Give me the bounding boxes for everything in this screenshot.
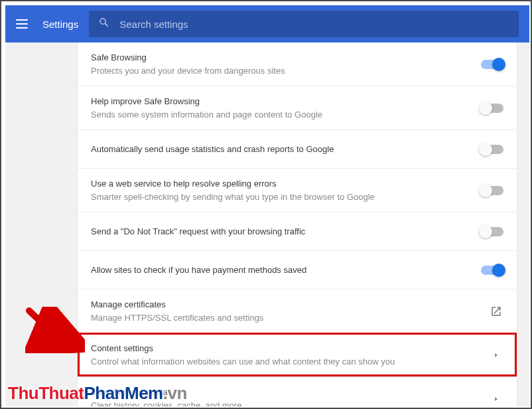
- row-title: Allow sites to check if you have payment…: [91, 264, 473, 276]
- app-header: Settings: [5, 5, 529, 42]
- row-title: Use a web service to help resolve spelli…: [91, 178, 473, 190]
- settings-row-help-improve-safe-browsing: Help improve Safe BrowsingSends some sys…: [78, 86, 517, 129]
- toggle-use-a-web-service-to-help-resolve-spelli[interactable]: [481, 186, 503, 195]
- row-title: Automatically send usage statistics and …: [91, 143, 473, 155]
- settings-body: Safe BrowsingProtects you and your devic…: [5, 42, 529, 406]
- row-text: Allow sites to check if you have payment…: [91, 264, 481, 276]
- settings-panel: Safe BrowsingProtects you and your devic…: [77, 42, 517, 406]
- row-text: Safe BrowsingProtects you and your devic…: [91, 52, 481, 76]
- row-title: Content settings: [91, 343, 481, 355]
- row-title: Safe Browsing: [91, 52, 473, 64]
- row-subtitle: Protects you and your device from danger…: [91, 65, 473, 77]
- watermark: ThuThuatPhanMem.vn: [8, 383, 187, 404]
- row-text: Manage certificatesManage HTTPS/SSL cert…: [91, 299, 489, 323]
- settings-row-automatically-send-usage-statistics-and-: Automatically send usage statistics and …: [78, 129, 517, 168]
- row-text: Automatically send usage statistics and …: [91, 143, 481, 155]
- chevron-right-icon: [489, 348, 503, 363]
- settings-row-safe-browsing: Safe BrowsingProtects you and your devic…: [78, 42, 517, 86]
- row-text: Content settingsControl what information…: [91, 343, 489, 367]
- row-subtitle: Manage HTTPS/SSL certificates and settin…: [91, 312, 481, 324]
- settings-row-allow-sites-to-check-if-you-have-payment: Allow sites to check if you have payment…: [78, 250, 517, 289]
- annotation-arrow: [25, 307, 85, 353]
- toggle-help-improve-safe-browsing[interactable]: [481, 104, 503, 113]
- toggle-send-a-do-not-track-request-with-your-br[interactable]: [481, 227, 503, 236]
- row-title: Help improve Safe Browsing: [91, 96, 473, 108]
- row-text: Send a "Do Not Track" request with your …: [91, 226, 481, 238]
- row-title: Send a "Do Not Track" request with your …: [91, 226, 473, 238]
- toggle-automatically-send-usage-statistics-and-[interactable]: [481, 145, 503, 154]
- chevron-right-icon: [489, 392, 503, 406]
- search-bar[interactable]: [89, 11, 519, 37]
- search-input[interactable]: [119, 19, 509, 30]
- row-subtitle: Smarter spell-checking by sending what y…: [91, 191, 473, 203]
- row-text: Help improve Safe BrowsingSends some sys…: [91, 96, 481, 120]
- page-title: Settings: [42, 19, 78, 30]
- settings-row-content-settings[interactable]: Content settingsControl what information…: [78, 333, 517, 376]
- row-subtitle: Control what information websites can us…: [91, 356, 481, 368]
- row-title: Manage certificates: [91, 299, 481, 311]
- menu-icon[interactable]: [16, 16, 32, 32]
- open-external-icon[interactable]: [489, 304, 503, 319]
- row-text: Use a web service to help resolve spelli…: [91, 178, 481, 203]
- settings-row-use-a-web-service-to-help-resolve-spelli: Use a web service to help resolve spelli…: [78, 168, 517, 212]
- settings-row-send-a-do-not-track-request-with-your-br: Send a "Do Not Track" request with your …: [78, 212, 517, 250]
- toggle-safe-browsing[interactable]: [481, 60, 503, 69]
- search-icon: [98, 17, 110, 31]
- row-subtitle: Sends some system information and page c…: [91, 109, 473, 121]
- settings-row-manage-certificates[interactable]: Manage certificatesManage HTTPS/SSL cert…: [78, 289, 517, 333]
- toggle-allow-sites-to-check-if-you-have-payment[interactable]: [481, 266, 503, 275]
